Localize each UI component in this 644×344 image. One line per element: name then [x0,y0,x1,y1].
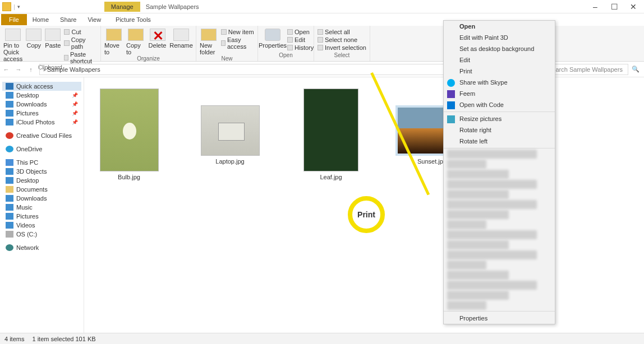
folder-icon [2,2,11,11]
cm-blurred-item[interactable] [447,271,509,280]
cm-open[interactable]: Open [444,21,555,32]
close-button[interactable]: ✕ [629,2,637,11]
minimize-button[interactable]: – [591,2,599,11]
resize-icon [447,115,455,123]
back-button[interactable]: ← [0,66,12,73]
cm-blurred-item[interactable] [447,281,537,290]
file-item-laptop[interactable]: Laptop.jpg [196,89,264,180]
sidebar-creative-cloud[interactable]: Creative Cloud Files [2,131,81,140]
file-item-leaf[interactable]: Leaf.jpg [297,89,365,180]
file-label: Sunset.jpg [417,158,447,165]
vscode-icon [447,101,455,109]
sidebar-downloads2[interactable]: Downloads [2,194,81,203]
thumbnail-icon [201,105,260,156]
qat-divider: | [13,3,15,10]
cm-blurred-item[interactable] [447,220,486,229]
maximize-button[interactable]: ☐ [610,2,618,11]
sidebar-documents[interactable]: Documents [2,185,81,194]
new-folder-button[interactable]: New folder [200,29,218,55]
cm-blurred-item[interactable] [447,261,486,269]
sidebar-this-pc[interactable]: This PC [2,158,81,167]
file-tab[interactable]: File [1,14,27,25]
sidebar-downloads[interactable]: Downloads📌 [2,100,81,109]
window-title: Sample Wallpapers [146,3,199,10]
context-menu: Open Edit with Paint 3D Set as desktop b… [443,20,555,324]
qat-dropdown-icon[interactable]: ▾ [17,4,20,10]
manage-tab[interactable]: Manage [104,2,140,12]
view-tab[interactable]: View [82,14,107,25]
cm-feem[interactable]: Feem [444,88,555,99]
select-none-button[interactable]: Select none [318,36,366,43]
qat: | ▾ [2,2,20,11]
open-button[interactable]: Open [287,29,314,35]
search-icon[interactable]: 🔍 [632,66,640,73]
search-input[interactable]: Search Sample Wallpapers [544,64,628,75]
cm-rotate-left[interactable]: Rotate left [444,136,555,147]
sidebar-network[interactable]: Network [2,243,81,252]
sidebar-3d-objects[interactable]: 3D Objects [2,167,81,176]
properties-button[interactable]: Properties [261,29,284,49]
sidebar-onedrive[interactable]: OneDrive [2,145,81,154]
title-bar: | ▾ Manage Sample Wallpapers – ☐ ✕ [0,0,644,13]
copy-path-button[interactable]: Copy path [64,36,97,50]
status-bar: 4 items 1 item selected 101 KB [0,333,644,344]
separator [444,148,555,148]
cm-blurred-item[interactable] [447,210,509,219]
sidebar-pictures[interactable]: Pictures📌 [2,109,81,118]
sidebar-quick-access[interactable]: Quick access [2,82,81,91]
cut-button[interactable]: Cut [64,29,97,35]
cm-skype[interactable]: Share with Skype [444,77,555,88]
cm-resize[interactable]: Resize pictures [444,113,555,124]
home-tab[interactable]: Home [27,14,54,25]
cm-blurred-item[interactable] [447,240,509,249]
picture-tools-tab[interactable]: Picture Tools [110,14,157,25]
select-all-button[interactable]: Select all [318,29,366,35]
easy-access-button[interactable]: Easy access [221,36,254,50]
cm-rotate-right[interactable]: Rotate right [444,124,555,136]
cm-open-code[interactable]: Open with Code [444,99,555,110]
new-group-label: New [200,55,254,63]
file-item-bulb[interactable]: Bulb.jpg [95,89,163,180]
edit-button[interactable]: Edit [287,36,314,43]
cm-set-background[interactable]: Set as desktop background [444,43,555,54]
file-label: Laptop.jpg [215,158,244,165]
paste-shortcut-button[interactable]: Paste shortcut [64,51,97,64]
new-item-button[interactable]: New item [221,29,254,35]
copy-to-button[interactable]: Copy to [126,29,145,55]
rename-button[interactable]: Rename [170,29,192,49]
cm-blurred-item[interactable] [447,170,509,179]
cm-blurred-item[interactable] [447,200,537,209]
separator [444,111,555,112]
cm-print[interactable]: Print [444,66,555,77]
forward-button[interactable]: → [12,66,25,73]
cm-blurred-item[interactable] [447,150,537,159]
sidebar-osc[interactable]: OS (C:) [2,230,81,239]
delete-button[interactable]: Delete [148,29,167,49]
cm-blurred-item[interactable] [447,180,537,189]
sidebar-videos[interactable]: Videos [2,221,81,230]
cm-edit-paint3d[interactable]: Edit with Paint 3D [444,32,555,43]
share-tab[interactable]: Share [54,14,82,25]
cm-blurred-item[interactable] [447,190,509,199]
pin-button[interactable]: Pin to Quick access [3,29,22,62]
cm-blurred-item[interactable] [447,160,486,169]
cm-blurred-item[interactable] [447,301,486,310]
cm-blurred-item[interactable] [447,230,537,239]
file-label: Leaf.jpg [320,174,342,180]
copy-button[interactable]: Copy [26,29,42,49]
file-label: Bulb.jpg [118,174,140,180]
invert-selection-button[interactable]: Invert selection [318,44,366,51]
sidebar-icloud[interactable]: iCloud Photos📌 [2,118,81,127]
paste-button[interactable]: Paste [45,29,61,49]
cm-blurred-item[interactable] [447,250,537,259]
sidebar-desktop[interactable]: Desktop📌 [2,91,81,100]
sidebar-music[interactable]: Music [2,203,81,212]
cm-properties[interactable]: Properties [444,313,555,324]
sidebar-desktop2[interactable]: Desktop [2,176,81,185]
history-button[interactable]: History [287,44,314,51]
sidebar-pictures2[interactable]: Pictures [2,212,81,221]
cm-edit[interactable]: Edit [444,54,555,66]
up-button[interactable]: ↑ [25,66,37,73]
move-to-button[interactable]: Move to [104,29,123,55]
cm-blurred-item[interactable] [447,291,509,300]
